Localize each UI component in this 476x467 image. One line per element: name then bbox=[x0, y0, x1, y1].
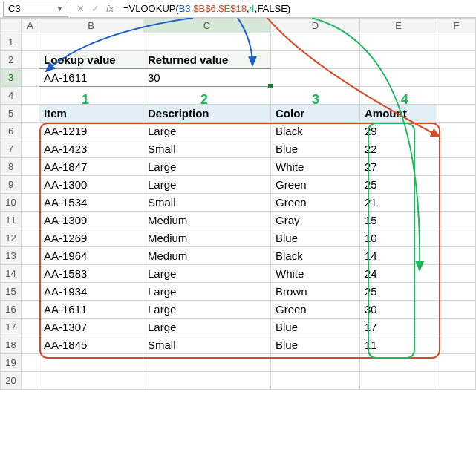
cell[interactable]: AA-1847 bbox=[39, 158, 143, 176]
cell[interactable] bbox=[143, 372, 271, 390]
row-header[interactable]: 18 bbox=[1, 336, 22, 354]
cell[interactable] bbox=[360, 33, 437, 51]
cell[interactable] bbox=[360, 372, 437, 390]
cell[interactable] bbox=[437, 140, 476, 158]
cell[interactable]: Gray bbox=[271, 212, 360, 229]
row-header[interactable]: 9 bbox=[1, 176, 22, 194]
cell[interactable] bbox=[360, 87, 437, 105]
cell[interactable]: Brown bbox=[271, 283, 360, 301]
cell[interactable] bbox=[437, 247, 476, 265]
cell[interactable] bbox=[437, 33, 476, 51]
fx-icon[interactable]: fx bbox=[104, 3, 116, 14]
cell[interactable]: AA-1423 bbox=[39, 140, 143, 158]
row-header[interactable]: 5 bbox=[1, 105, 22, 123]
cell[interactable]: AA-1583 bbox=[39, 265, 143, 283]
cell[interactable] bbox=[271, 69, 360, 87]
cell[interactable]: 17 bbox=[360, 319, 437, 336]
col-header[interactable]: B bbox=[39, 19, 143, 33]
cell[interactable]: AA-1219 bbox=[39, 123, 143, 140]
cell[interactable] bbox=[22, 105, 39, 123]
cell[interactable] bbox=[22, 354, 39, 372]
formula-input[interactable]: =VLOOKUP(B3,$B$6:$E$18,4,FALSE) bbox=[119, 1, 476, 17]
cell[interactable]: Medium bbox=[143, 212, 271, 229]
cell[interactable]: 30 bbox=[143, 69, 271, 87]
cell[interactable] bbox=[143, 354, 271, 372]
cell[interactable]: Large bbox=[143, 176, 271, 194]
cell[interactable] bbox=[437, 105, 476, 123]
row-header[interactable]: 15 bbox=[1, 283, 22, 301]
row-header[interactable]: 13 bbox=[1, 247, 22, 265]
row-header[interactable]: 19 bbox=[1, 354, 22, 372]
cell[interactable]: 24 bbox=[360, 265, 437, 283]
cell[interactable] bbox=[39, 33, 143, 51]
row-header[interactable]: 20 bbox=[1, 372, 22, 390]
cell[interactable]: Blue bbox=[271, 229, 360, 247]
cell[interactable]: Amount bbox=[360, 105, 437, 123]
cell[interactable]: Blue bbox=[271, 319, 360, 336]
cell[interactable] bbox=[22, 265, 39, 283]
cell[interactable] bbox=[271, 354, 360, 372]
cell[interactable] bbox=[437, 301, 476, 319]
cell[interactable] bbox=[437, 265, 476, 283]
cell[interactable] bbox=[22, 51, 39, 69]
cell[interactable] bbox=[22, 87, 39, 105]
cell[interactable] bbox=[437, 319, 476, 336]
cell[interactable]: AA-1269 bbox=[39, 229, 143, 247]
col-header[interactable]: C bbox=[143, 19, 271, 33]
cell[interactable] bbox=[271, 33, 360, 51]
cell[interactable]: Small bbox=[143, 336, 271, 354]
row-header[interactable]: 6 bbox=[1, 123, 22, 140]
cell[interactable]: 11 bbox=[360, 336, 437, 354]
cell[interactable] bbox=[22, 69, 39, 87]
cell[interactable] bbox=[39, 354, 143, 372]
cell[interactable] bbox=[437, 123, 476, 140]
enter-icon[interactable]: ✓ bbox=[89, 3, 101, 14]
cell[interactable]: AA-1611 bbox=[39, 69, 143, 87]
row-header[interactable]: 7 bbox=[1, 140, 22, 158]
cell[interactable]: Black bbox=[271, 247, 360, 265]
cell[interactable] bbox=[271, 51, 360, 69]
cell[interactable] bbox=[22, 247, 39, 265]
cell[interactable] bbox=[271, 372, 360, 390]
cell[interactable] bbox=[39, 372, 143, 390]
cell[interactable]: AA-1307 bbox=[39, 319, 143, 336]
cell[interactable] bbox=[22, 33, 39, 51]
cell[interactable] bbox=[39, 87, 143, 105]
row-header[interactable]: 1 bbox=[1, 33, 22, 51]
cell[interactable]: Large bbox=[143, 123, 271, 140]
cell[interactable]: 29 bbox=[360, 123, 437, 140]
cell[interactable]: Large bbox=[143, 301, 271, 319]
cell[interactable]: 25 bbox=[360, 283, 437, 301]
cell[interactable]: 27 bbox=[360, 158, 437, 176]
cell[interactable] bbox=[22, 283, 39, 301]
cancel-icon[interactable]: ✕ bbox=[74, 3, 86, 14]
row-header[interactable]: 11 bbox=[1, 212, 22, 229]
cell[interactable]: Black bbox=[271, 123, 360, 140]
cell[interactable]: Lookup value bbox=[39, 51, 143, 69]
cell[interactable]: AA-1934 bbox=[39, 283, 143, 301]
row-header[interactable]: 3 bbox=[1, 69, 22, 87]
row-header[interactable]: 17 bbox=[1, 319, 22, 336]
cell[interactable]: 30 bbox=[360, 301, 437, 319]
cell[interactable] bbox=[22, 229, 39, 247]
cell[interactable]: 21 bbox=[360, 194, 437, 212]
cell[interactable]: AA-1611 bbox=[39, 301, 143, 319]
cell[interactable]: AA-1964 bbox=[39, 247, 143, 265]
cell[interactable] bbox=[437, 212, 476, 229]
cell[interactable]: Large bbox=[143, 158, 271, 176]
cell[interactable]: AA-1309 bbox=[39, 212, 143, 229]
chevron-down-icon[interactable]: ▼ bbox=[56, 5, 63, 13]
cell[interactable]: 15 bbox=[360, 212, 437, 229]
cell[interactable] bbox=[437, 51, 476, 69]
cell[interactable] bbox=[22, 336, 39, 354]
cell[interactable]: AA-1845 bbox=[39, 336, 143, 354]
cell[interactable] bbox=[437, 336, 476, 354]
cell[interactable]: Item bbox=[39, 105, 143, 123]
cell[interactable]: Green bbox=[271, 176, 360, 194]
row-header[interactable]: 8 bbox=[1, 158, 22, 176]
cell[interactable]: 25 bbox=[360, 176, 437, 194]
cell[interactable] bbox=[22, 176, 39, 194]
cell[interactable] bbox=[360, 354, 437, 372]
cell[interactable]: Blue bbox=[271, 140, 360, 158]
corner-cell[interactable] bbox=[1, 19, 22, 33]
